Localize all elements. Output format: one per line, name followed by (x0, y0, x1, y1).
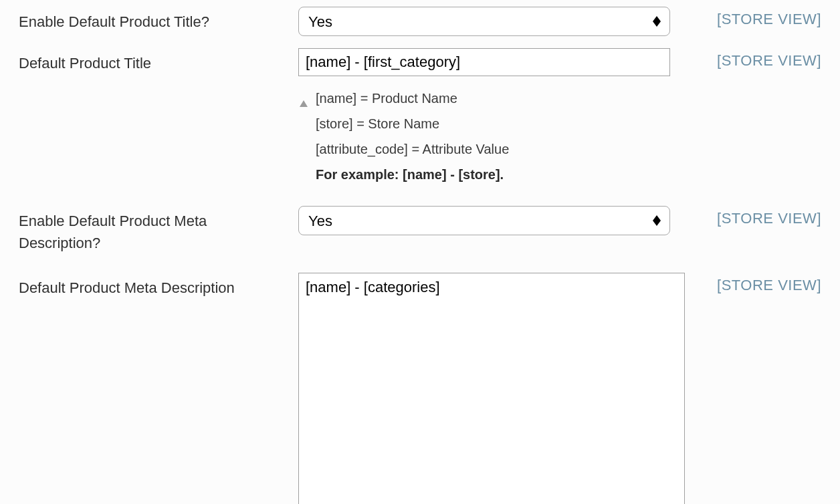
select-wrap: Yes No (298, 7, 670, 36)
meta-col (298, 273, 686, 504)
label-enable-meta-description: Enable Default Product Meta Description? (19, 206, 277, 254)
scope-label: [STORE VIEW] (708, 273, 821, 294)
field-product-title: Default Product Title [name] = Product N… (19, 48, 821, 187)
label-product-title: Default Product Title (19, 48, 277, 74)
help-line-1: [name] = Product Name (316, 86, 686, 111)
caret-up-icon (300, 90, 308, 115)
scope-label: [STORE VIEW] (708, 7, 821, 28)
help-line-2: [store] = Store Name (316, 111, 686, 136)
scope-label: [STORE VIEW] (708, 48, 821, 70)
svg-marker-2 (300, 100, 308, 107)
select-wrap: Yes No (298, 206, 670, 235)
field-enable-product-title: Enable Default Product Title? Yes No [ST… (19, 7, 821, 36)
label-enable-product-title: Enable Default Product Title? (19, 7, 277, 33)
title-col: [name] = Product Name [store] = Store Na… (298, 48, 686, 187)
field-enable-meta-description: Enable Default Product Meta Description?… (19, 206, 821, 254)
help-block: [name] = Product Name [store] = Store Na… (298, 86, 686, 187)
help-line-3: [attribute_code] = Attribute Value (316, 136, 686, 162)
default-meta-description-textarea[interactable] (298, 273, 685, 504)
default-product-title-input[interactable] (298, 48, 670, 76)
field-meta-description: Default Product Meta Description [STORE … (19, 273, 821, 504)
enable-product-title-select[interactable]: Yes No (298, 7, 670, 36)
help-line-4: For example: [name] - [store]. (316, 162, 686, 187)
enable-meta-description-select[interactable]: Yes No (298, 206, 670, 235)
scope-label: [STORE VIEW] (708, 206, 821, 227)
label-meta-description: Default Product Meta Description (19, 273, 277, 299)
